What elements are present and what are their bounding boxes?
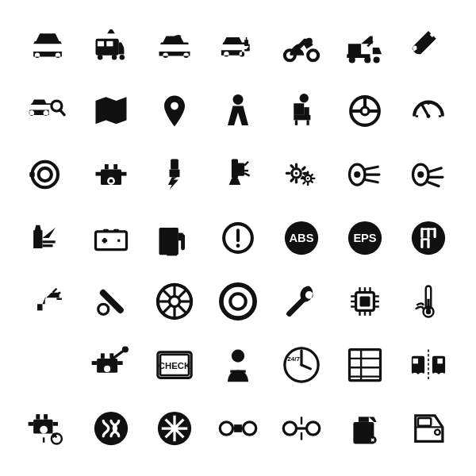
svg-point-20 [300, 94, 309, 102]
24-7-icon: 24/7 [270, 333, 333, 397]
tire-icon [206, 270, 270, 333]
svg-point-14 [374, 56, 380, 63]
svg-rect-158 [53, 422, 59, 426]
svg-point-33 [33, 162, 59, 188]
eco-car-icon [143, 16, 206, 79]
svg-point-171 [171, 425, 178, 432]
oil-check-icon [16, 206, 79, 270]
svg-rect-124 [427, 299, 429, 311]
gearbox-icon [397, 206, 460, 270]
chip-icon [333, 270, 397, 333]
car-icon [16, 16, 79, 79]
svg-point-184 [435, 430, 440, 436]
svg-point-165 [94, 412, 128, 445]
svg-rect-128 [117, 361, 123, 365]
svg-point-53 [307, 178, 309, 179]
svg-point-152 [433, 373, 439, 378]
svg-rect-73 [162, 230, 176, 239]
svg-text:CHECK: CHECK [159, 361, 191, 370]
car-specs-icon [333, 333, 397, 397]
car-key-icon [397, 16, 460, 79]
svg-rect-175 [234, 424, 242, 432]
svg-rect-156 [36, 414, 40, 420]
svg-point-153 [440, 373, 445, 378]
svg-rect-185 [418, 418, 431, 426]
svg-point-172 [220, 422, 232, 435]
mechanic-icon [206, 333, 270, 397]
svg-rect-39 [121, 172, 127, 176]
svg-point-13 [364, 56, 370, 63]
eps-icon: EPS [333, 206, 397, 270]
svg-line-18 [60, 109, 64, 115]
svg-line-49 [244, 173, 250, 175]
svg-rect-182 [359, 416, 369, 422]
car-seat-icon [270, 79, 333, 143]
motorcycle-icon [270, 16, 333, 79]
svg-point-29 [427, 114, 431, 118]
svg-line-58 [365, 180, 378, 182]
svg-line-139 [301, 365, 310, 369]
svg-rect-159 [29, 422, 34, 426]
headlight-low-icon [397, 143, 460, 206]
gears-icon [270, 143, 333, 206]
svg-rect-147 [413, 359, 419, 364]
svg-rect-157 [44, 414, 48, 420]
snowflake-icon [143, 397, 206, 460]
temperature-icon [397, 270, 460, 333]
svg-point-173 [244, 422, 256, 435]
electric-bus-icon [79, 16, 143, 79]
svg-point-94 [98, 304, 109, 314]
engine-icon [79, 143, 143, 206]
svg-rect-2 [106, 41, 113, 47]
svg-point-11 [306, 38, 313, 44]
alloy-wheel-icon [143, 270, 206, 333]
fuel-injector-icon [206, 143, 270, 206]
svg-point-5 [120, 55, 125, 60]
svg-rect-1 [98, 41, 104, 47]
spark-plug-icon [143, 143, 206, 206]
4x4-icon [16, 333, 79, 397]
svg-line-61 [428, 168, 441, 172]
svg-line-101 [163, 290, 171, 298]
wrench-icon [270, 270, 333, 333]
svg-line-56 [365, 167, 378, 169]
svg-rect-38 [113, 164, 117, 170]
svg-point-42 [109, 179, 113, 183]
svg-point-105 [221, 285, 255, 318]
svg-point-149 [419, 373, 424, 378]
icon-grid: ABS EPS CHECK [16, 16, 460, 460]
svg-line-63 [428, 182, 439, 186]
svg-point-148 [413, 373, 418, 378]
brake-disc-icon [16, 143, 79, 206]
heat-icon [79, 397, 143, 460]
svg-point-164 [52, 434, 62, 444]
steering-wheel-icon [333, 79, 397, 143]
svg-point-51 [295, 172, 298, 175]
svg-point-34 [39, 168, 52, 181]
speedometer-icon [397, 79, 460, 143]
svg-rect-40 [96, 172, 102, 176]
svg-point-16 [415, 49, 419, 53]
svg-rect-70 [103, 229, 109, 232]
seatbelt-icon [206, 79, 270, 143]
svg-point-96 [170, 297, 180, 307]
car-search-icon [16, 79, 79, 143]
axle-front-icon [206, 397, 270, 460]
location-pin-icon [143, 79, 206, 143]
svg-rect-66 [96, 232, 127, 250]
svg-line-103 [178, 290, 187, 298]
svg-point-177 [307, 422, 320, 435]
svg-point-160 [40, 426, 48, 434]
svg-point-132 [122, 346, 129, 352]
svg-text:EPS: EPS [353, 232, 376, 244]
check-engine-icon: CHECK [143, 333, 206, 397]
svg-rect-44 [170, 170, 180, 178]
svg-rect-129 [92, 361, 98, 365]
svg-point-24 [361, 107, 369, 115]
svg-text:24/7: 24/7 [287, 355, 300, 363]
warning-circle-icon [206, 206, 270, 270]
svg-point-12 [349, 56, 355, 63]
engine-warning-icon [79, 333, 143, 397]
map-icon [79, 79, 143, 143]
svg-rect-0 [96, 39, 119, 56]
